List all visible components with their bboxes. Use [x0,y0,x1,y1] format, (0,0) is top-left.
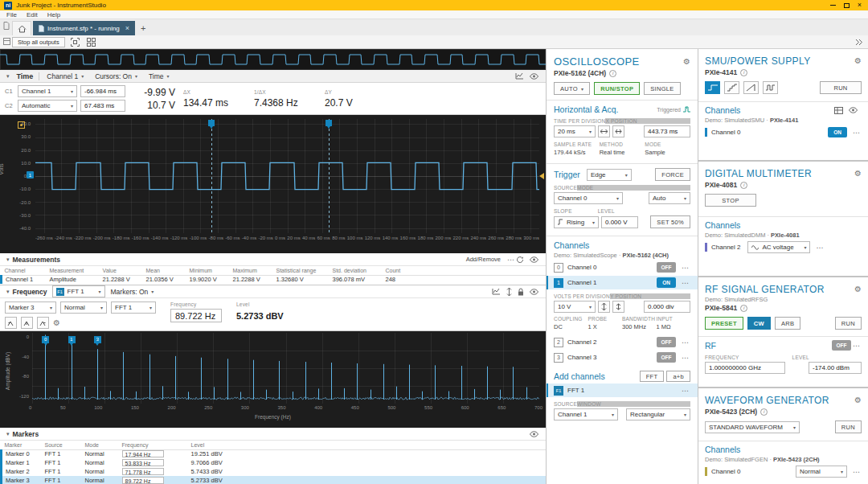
menu-help[interactable]: Help [43,11,65,18]
channel-2-row[interactable]: 2 Channel 2 OFF ⋯ [547,335,698,349]
volts-per-division-dropdown[interactable]: 10 V▾ [554,301,596,313]
rearrange-panels-icon[interactable] [69,37,81,47]
layout-grid-icon[interactable] [85,37,97,47]
dmm-channel-2-row[interactable]: Channel 2 AC voltage▾ ⋯ [698,240,868,254]
collapse-panel-right-icon[interactable] [853,37,865,47]
info-icon[interactable]: i [740,305,747,312]
column-header[interactable]: Value [100,266,143,275]
marker-select-dropdown[interactable]: Marker 3▾ [5,301,56,314]
marker-settings-gear-icon[interactable]: ⚙ [53,319,60,327]
smu-mode-ramp-button[interactable] [743,81,759,94]
info-icon[interactable]: i [740,69,747,76]
smu-channel-0-more-icon[interactable]: ⋯ [851,129,862,137]
trigger-level-marker[interactable] [539,173,544,179]
rf-output-toggle[interactable]: OFF [832,340,851,351]
column-header[interactable]: Marker [2,441,42,449]
gear-icon[interactable]: ⚙ [854,285,862,293]
collapse-icon[interactable]: ▾ [3,431,13,437]
x-position-input[interactable]: 443.73 ms [644,125,690,137]
add-fft-button[interactable]: FFT [640,371,665,382]
collapse-icon[interactable]: ▾ [3,256,13,263]
rfsg-run-button[interactable]: RUN [835,317,862,330]
tab-close-icon[interactable]: × [125,24,129,32]
fft-1-more-icon[interactable]: ⋯ [680,387,690,395]
info-icon[interactable]: i [609,70,616,77]
lock-icon[interactable] [518,288,524,296]
marker-frequency-input[interactable]: 89.722 Hz [170,309,222,322]
channel1-zero-marker[interactable]: 1 [27,171,34,178]
fgen-waveform-dropdown[interactable]: STANDARD WAVEFORM▾ [705,421,800,433]
smu-mode-pulse-button[interactable] [763,81,778,94]
collapse-icon[interactable]: ▾ [3,289,13,295]
vertical-zoom-out-button[interactable] [612,301,624,313]
fft-source-dropdown[interactable]: Channel 1▾ [554,408,618,420]
gear-icon[interactable]: ⚙ [683,58,690,66]
info-icon[interactable]: i [760,408,768,416]
channel-3-more-icon[interactable]: ⋯ [680,354,690,362]
channel-0-row[interactable]: 0 Channel 0 OFF ⋯ [547,260,698,274]
column-header[interactable]: Mean [143,266,186,275]
horizontal-zoom-in-button[interactable] [598,125,610,137]
rf-frequency-input[interactable]: 1.000000000 GHz [705,362,785,374]
peak-search-center-button[interactable] [21,317,33,329]
info-icon[interactable]: i [740,182,747,189]
channel-1-row[interactable]: 1 Channel 1 ON ⋯ [547,276,698,289]
fgen-channel-0-row[interactable]: Channel 0 Normal▾ ⋯ [698,465,868,478]
fft-window-dropdown[interactable]: Rectangular▾ [626,408,690,420]
channel-0-toggle[interactable]: OFF [657,262,676,273]
smu-channel-0-row[interactable]: Channel 0 ON ⋯ [698,125,868,139]
minimize-icon[interactable] [830,5,836,6]
rfsg-arb-button[interactable]: ARB [775,317,800,330]
smu-channel-0-toggle[interactable]: ON [828,127,847,137]
fft-1-row[interactable]: F1 FFT 1 ⋯ [547,384,698,397]
menu-edit[interactable]: Edit [22,11,43,18]
cursors-dropdown[interactable]: Cursors: On▾ [89,70,143,82]
dmm-stop-button[interactable]: STOP [705,194,756,207]
run-stop-button[interactable]: RUN/STOP [594,82,640,95]
close-icon[interactable]: × [858,2,862,9]
fft-marker-flag[interactable]: 1 [68,336,76,343]
time-per-division-dropdown[interactable]: 20 ms▾ [554,125,596,137]
panel-view-icon[interactable] [834,107,843,114]
frequency-input[interactable]: 71.778 Hz [122,468,164,475]
graph-settings-icon[interactable] [515,72,524,80]
fgen-mode-dropdown[interactable]: Normal▾ [796,466,847,478]
trigger-time-indicator[interactable] [18,121,25,129]
marker-row[interactable]: Marker 1FFT 1Normal53.833 Hz9.7066 dBV [2,458,547,467]
scope-waveform-canvas[interactable] [35,119,539,233]
cursor2-source-dropdown[interactable]: Automatic▾ [18,100,77,112]
marker-row[interactable]: Marker 2FFT 1Normal71.778 Hz5.7433 dBV [2,467,547,476]
channel-2-toggle[interactable]: OFF [657,337,676,347]
smu-run-button[interactable]: RUN [820,81,862,94]
channel-0-more-icon[interactable]: ⋯ [680,264,690,272]
gear-icon[interactable]: ⚙ [854,170,862,178]
refresh-icon[interactable] [516,256,524,264]
stop-all-outputs-button[interactable]: Stop all outputs [12,37,65,47]
channel-select-dropdown[interactable]: Channel 1▾ [41,70,89,82]
channel-1-more-icon[interactable]: ⋯ [680,279,690,287]
new-tab-button[interactable]: + [137,21,149,35]
vertical-zoom-in-button[interactable] [598,301,610,313]
trigger-source-dropdown[interactable]: Channel 0▾ [554,192,623,204]
marker-mode-dropdown[interactable]: Normal▾ [60,301,107,314]
menu-file[interactable]: File [2,11,22,18]
collapse-icon[interactable]: ▾ [3,73,13,80]
eye-icon[interactable] [849,107,858,113]
dmm-channel-2-more-icon[interactable]: ⋯ [814,244,825,252]
trigger-slope-dropdown[interactable]: Rising▾ [554,216,599,228]
frequency-input[interactable]: 17.944 Hz [122,450,164,457]
fft-spectrum-canvas[interactable] [32,333,539,404]
y-position-input[interactable]: 0.000 div [644,301,690,313]
graph-settings-icon[interactable] [492,288,501,295]
fft-marker-flag[interactable]: 0 [42,336,49,343]
marker-row[interactable]: Marker 3FFT 1Normal89.722 Hz5.2733 dBV [2,476,547,484]
frequency-input[interactable]: 53.833 Hz [122,459,164,466]
cursor1-position-input[interactable]: -66.984 ms [80,85,125,97]
trigger-mode-dropdown[interactable]: Auto▾ [649,192,690,204]
panel-pin-icon[interactable] [2,37,10,45]
rfsg-preset-button[interactable]: PRESET [705,317,743,330]
marker-source-dropdown[interactable]: FFT 1▾ [111,301,156,314]
fft-trace-dropdown[interactable]: F1FFT 1▾ [52,285,105,297]
fgen-run-button[interactable]: RUN [835,420,862,433]
set-50-button[interactable]: SET 50% [650,215,690,228]
